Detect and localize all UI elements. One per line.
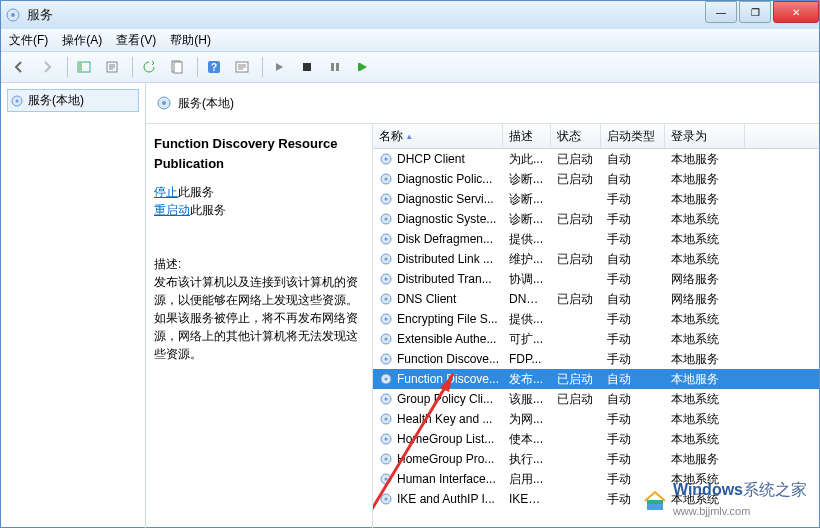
- col-desc[interactable]: 描述: [503, 124, 551, 148]
- svg-point-33: [385, 298, 388, 301]
- help-button[interactable]: ?: [202, 55, 226, 79]
- col-startup[interactable]: 启动类型: [601, 124, 665, 148]
- cell-name: Disk Defragmen...: [373, 232, 503, 246]
- service-row[interactable]: Health Key and ...为网...手动本地系统: [373, 409, 819, 429]
- stop-link[interactable]: 停止: [154, 185, 178, 199]
- detail-title: Function Discovery Resource Publication: [154, 134, 364, 173]
- service-row[interactable]: HomeGroup Pro...执行...手动本地服务: [373, 449, 819, 469]
- cell-status: 已启动: [551, 151, 601, 168]
- wm-brand1: Windows: [673, 481, 743, 498]
- cell-logon: 本地系统: [665, 331, 745, 348]
- desc-label: 描述:: [154, 255, 364, 273]
- refresh-button[interactable]: [137, 55, 161, 79]
- cell-logon: 本地系统: [665, 311, 745, 328]
- rows[interactable]: DHCP Client为此...已启动自动本地服务Diagnostic Poli…: [373, 149, 819, 528]
- gear-icon: [379, 352, 393, 366]
- cell-name: Distributed Tran...: [373, 272, 503, 286]
- svg-point-45: [385, 418, 388, 421]
- cell-desc: 提供...: [503, 311, 551, 328]
- cell-logon: 本地系统: [665, 251, 745, 268]
- col-logon[interactable]: 登录为: [665, 124, 745, 148]
- service-row[interactable]: HomeGroup List...使本...手动本地系统: [373, 429, 819, 449]
- cell-logon: 网络服务: [665, 291, 745, 308]
- maximize-button[interactable]: ❐: [739, 1, 771, 23]
- service-row[interactable]: Diagnostic Servi...诊断...手动本地服务: [373, 189, 819, 209]
- service-row[interactable]: Function Discove...FDP...手动本地服务: [373, 349, 819, 369]
- close-button[interactable]: ✕: [773, 1, 819, 23]
- stop-button[interactable]: [295, 55, 319, 79]
- service-row[interactable]: Distributed Tran...协调...手动网络服务: [373, 269, 819, 289]
- toolbar-separator: [262, 57, 263, 77]
- restart-link[interactable]: 重启动: [154, 203, 190, 217]
- cell-startup: 手动: [601, 271, 665, 288]
- service-row[interactable]: Function Discove...发布...已启动自动本地服务: [373, 369, 819, 389]
- tree-root-services[interactable]: 服务(本地): [7, 89, 139, 112]
- minimize-button[interactable]: —: [705, 1, 737, 23]
- cell-status: 已启动: [551, 391, 601, 408]
- gear-icon: [379, 472, 393, 486]
- cell-name: Diagnostic Polic...: [373, 172, 503, 186]
- cell-startup: 手动: [601, 231, 665, 248]
- gear-icon: [379, 232, 393, 246]
- menu-file[interactable]: 文件(F): [9, 32, 48, 49]
- svg-rect-6: [174, 62, 182, 73]
- cell-desc: 诊断...: [503, 211, 551, 228]
- gear-icon: [379, 372, 393, 386]
- back-button[interactable]: [7, 55, 31, 79]
- window-title: 服务: [27, 6, 53, 24]
- cell-name: DHCP Client: [373, 152, 503, 166]
- service-row[interactable]: DNS ClientDNS ...已启动自动网络服务: [373, 289, 819, 309]
- gear-icon: [379, 212, 393, 226]
- action-button[interactable]: [230, 55, 254, 79]
- col-name[interactable]: 名称: [373, 124, 503, 148]
- cell-name: HomeGroup List...: [373, 432, 503, 446]
- service-row[interactable]: Disk Defragmen...提供...手动本地系统: [373, 229, 819, 249]
- svg-point-29: [385, 258, 388, 261]
- titlebar: 服务 — ❐ ✕: [1, 1, 819, 29]
- cell-logon: 本地系统: [665, 391, 745, 408]
- cell-name: Diagnostic Servi...: [373, 192, 503, 206]
- properties-button[interactable]: [165, 55, 189, 79]
- service-row[interactable]: Extensible Authe...可扩...手动本地系统: [373, 329, 819, 349]
- gear-icon: [379, 292, 393, 306]
- service-row[interactable]: Diagnostic Polic...诊断...已启动自动本地服务: [373, 169, 819, 189]
- menu-help[interactable]: 帮助(H): [170, 32, 211, 49]
- service-row[interactable]: DHCP Client为此...已启动自动本地服务: [373, 149, 819, 169]
- col-status[interactable]: 状态: [551, 124, 601, 148]
- svg-point-49: [385, 458, 388, 461]
- forward-button[interactable]: [35, 55, 59, 79]
- svg-text:?: ?: [211, 62, 217, 73]
- gear-icon: [379, 492, 393, 506]
- services-window: 服务 — ❐ ✕ 文件(F) 操作(A) 查看(V) 帮助(H) ?: [0, 0, 820, 528]
- svg-point-53: [385, 498, 388, 501]
- start-button[interactable]: [267, 55, 291, 79]
- cell-logon: 本地服务: [665, 371, 745, 388]
- show-hide-button[interactable]: [72, 55, 96, 79]
- service-row[interactable]: Distributed Link ...维护...已启动自动本地系统: [373, 249, 819, 269]
- gear-icon: [379, 252, 393, 266]
- svg-point-17: [162, 101, 166, 105]
- cell-status: 已启动: [551, 291, 601, 308]
- pause-button[interactable]: [323, 55, 347, 79]
- gear-icon: [379, 192, 393, 206]
- menu-view[interactable]: 查看(V): [116, 32, 156, 49]
- restart-button[interactable]: [351, 55, 375, 79]
- gear-icon: [379, 432, 393, 446]
- gear-icon: [379, 412, 393, 426]
- cell-desc: 诊断...: [503, 191, 551, 208]
- service-row[interactable]: Encrypting File S...提供...手动本地系统: [373, 309, 819, 329]
- gear-icon: [379, 272, 393, 286]
- export-button[interactable]: [100, 55, 124, 79]
- wm-url: www.bjjmlv.com: [673, 505, 750, 517]
- detail-stop-line: 停止此服务: [154, 183, 364, 201]
- service-row[interactable]: Group Policy Cli...该服...已启动自动本地系统: [373, 389, 819, 409]
- cell-startup: 自动: [601, 251, 665, 268]
- service-row[interactable]: Diagnostic Syste...诊断...已启动手动本地系统: [373, 209, 819, 229]
- detail-pane: Function Discovery Resource Publication …: [146, 124, 373, 528]
- menu-action[interactable]: 操作(A): [62, 32, 102, 49]
- svg-point-25: [385, 218, 388, 221]
- cell-startup: 手动: [601, 351, 665, 368]
- cell-startup: 自动: [601, 171, 665, 188]
- cell-name: Group Policy Cli...: [373, 392, 503, 406]
- cell-desc: 诊断...: [503, 171, 551, 188]
